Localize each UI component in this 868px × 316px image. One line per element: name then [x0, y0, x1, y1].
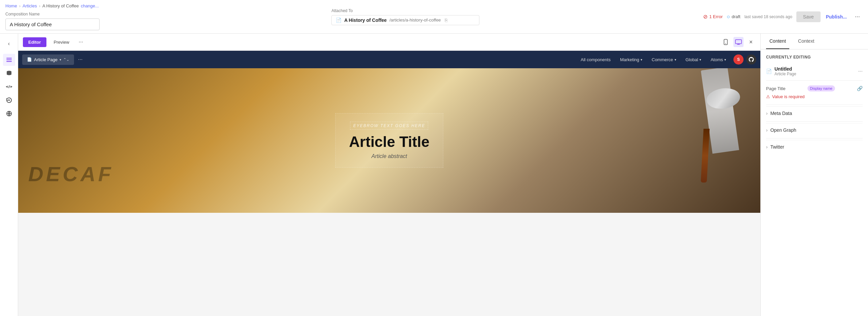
svg-rect-2 — [6, 61, 12, 62]
nav-avatar: S — [734, 55, 744, 65]
nav-commerce[interactable]: Commerce ▾ — [647, 55, 681, 65]
atoms-chevron: ▾ — [724, 58, 726, 62]
close-button[interactable]: × — [746, 37, 756, 47]
draft-badge: ○ draft — [727, 14, 741, 20]
open-graph-label: Open Graph — [770, 128, 796, 133]
composition-label: Composition Name — [5, 12, 100, 16]
nav-global-label: Global — [686, 57, 699, 62]
editing-item-left: 📄 Untitled Article Page — [766, 66, 796, 76]
editor-button[interactable]: Editor — [23, 37, 46, 47]
top-bar: Home › Articles › A History of Coffee ch… — [0, 0, 868, 34]
field-link-icon: 🔗 — [857, 86, 863, 91]
nav-global[interactable]: Global ▾ — [681, 55, 706, 65]
publish-button[interactable]: Publish... — [825, 11, 848, 22]
breadcrumb-sep1: › — [19, 3, 21, 8]
right-panel: Content Context Currently Editing 📄 Unti… — [760, 34, 868, 316]
nav-chevron: ▾ — [60, 58, 61, 62]
editor-toolbar: Editor Preview ··· × — [18, 34, 760, 51]
preview-button[interactable]: Preview — [49, 37, 74, 47]
composition-name-input[interactable] — [5, 19, 100, 30]
page-nav-more[interactable]: ··· — [75, 55, 85, 64]
twitter-chevron: › — [766, 144, 768, 150]
twitter-label: Twitter — [770, 144, 784, 150]
editor-area: Editor Preview ··· × 📄 Article Page — [18, 34, 760, 316]
nav-arrows: ⌃⌄ — [63, 58, 69, 62]
nav-all-components[interactable]: All components — [576, 55, 615, 65]
sidebar-icon-layers[interactable] — [3, 54, 15, 66]
editor-more-button[interactable]: ··· — [77, 38, 85, 46]
svg-line-4 — [9, 85, 9, 88]
nav-atoms[interactable]: Atoms ▾ — [706, 55, 731, 65]
editing-item-type: Article Page — [774, 72, 796, 76]
save-button[interactable]: Save — [796, 11, 820, 22]
global-chevron: ▾ — [700, 58, 701, 62]
breadcrumb-sep2: › — [39, 3, 40, 8]
divider-4 — [766, 138, 863, 139]
display-name-badge: Display name — [807, 85, 835, 92]
page-icon: 📄 — [336, 17, 341, 23]
sidebar-icon-database[interactable] — [3, 67, 15, 79]
editing-item-info: Untitled Article Page — [774, 66, 796, 76]
top-bar-left: Home › Articles › A History of Coffee ch… — [5, 3, 100, 30]
twitter-section[interactable]: › Twitter — [766, 140, 863, 154]
currently-editing-label: Currently Editing — [766, 55, 863, 60]
nav-github-icon — [746, 55, 756, 65]
page-nav-bar: 📄 Article Page ▾ ⌃⌄ ··· All components M… — [18, 51, 760, 68]
breadcrumb-current: A History of Coffee — [42, 3, 79, 8]
sidebar-icon-history[interactable] — [3, 94, 15, 106]
divider-3 — [766, 121, 863, 122]
copy-path-icon[interactable]: ⎘ — [445, 17, 447, 23]
svg-rect-1 — [6, 60, 12, 60]
draft-label: draft — [732, 14, 741, 19]
article-page-label: Article Page — [34, 57, 58, 62]
draft-dot-icon: ○ — [727, 14, 730, 20]
mobile-device-icon[interactable] — [721, 37, 731, 47]
sidebar-icon-globe[interactable] — [3, 108, 15, 120]
hero-area: DECAF EYEBROW TEXT GOES HERE Article Tit… — [18, 68, 760, 213]
saved-text: last saved 18 seconds ago — [745, 14, 792, 19]
attached-path: /articles/a-history-of-coffee — [389, 17, 441, 23]
nav-commerce-label: Commerce — [652, 57, 673, 62]
error-row: ⚠ Value is required — [766, 94, 863, 99]
svg-rect-8 — [736, 40, 742, 44]
nav-all-components-label: All components — [581, 57, 611, 62]
breadcrumb-articles[interactable]: Articles — [23, 3, 37, 8]
panel-content: Currently Editing 📄 Untitled Article Pag… — [761, 49, 868, 316]
sidebar-icon-code[interactable] — [3, 81, 15, 93]
decaf-text: DECAF — [28, 162, 114, 186]
nav-marketing-label: Marketing — [620, 57, 639, 62]
attached-row: 📄 A History of Coffee /articles/a-histor… — [331, 15, 479, 25]
more-button[interactable]: ··· — [852, 12, 863, 22]
content-overlay-box: EYEBROW TEXT GOES HERE Article Title Art… — [335, 113, 443, 168]
attached-to-section: Attached To 📄 A History of Coffee /artic… — [331, 8, 479, 25]
editing-item-name: Untitled — [774, 66, 796, 72]
device-icons — [721, 37, 744, 47]
left-sidebar: ‹ — [0, 34, 18, 316]
marketing-chevron: ▾ — [641, 58, 642, 62]
error-message: Value is required — [772, 94, 805, 99]
article-page-nav-item[interactable]: 📄 Article Page ▾ ⌃⌄ — [22, 55, 74, 65]
sidebar-back-button[interactable]: ‹ — [3, 38, 15, 50]
panel-tabs: Content Context — [761, 34, 868, 49]
tab-content[interactable]: Content — [766, 34, 789, 49]
desktop-device-icon[interactable] — [734, 37, 744, 47]
attached-label: Attached To — [331, 8, 479, 13]
meta-data-label: Meta Data — [770, 111, 792, 116]
divider-2 — [766, 105, 863, 105]
top-bar-right: ⊘ 1 Error ○ draft last saved 18 seconds … — [703, 11, 863, 22]
error-dot-icon: ⊘ — [703, 13, 708, 20]
open-graph-section[interactable]: › Open Graph — [766, 123, 863, 137]
breadcrumb-home[interactable]: Home — [5, 3, 17, 8]
commerce-chevron: ▾ — [675, 58, 676, 62]
error-count: 1 Error — [709, 14, 723, 19]
nav-marketing[interactable]: Marketing ▾ — [615, 55, 647, 65]
page-icon-small: 📄 — [27, 57, 32, 62]
breadcrumb-change[interactable]: change... — [81, 3, 99, 8]
error-badge: ⊘ 1 Error — [703, 13, 723, 20]
editing-item-menu[interactable]: ··· — [858, 68, 863, 74]
editing-page-icon: 📄 — [766, 69, 772, 74]
tab-context[interactable]: Context — [795, 34, 817, 49]
canvas-wrapper: 📄 Article Page ▾ ⌃⌄ ··· All components M… — [18, 51, 760, 316]
page-title-field-row: Page Title Display name 🔗 — [766, 85, 863, 92]
meta-data-section[interactable]: › Meta Data — [766, 106, 863, 120]
